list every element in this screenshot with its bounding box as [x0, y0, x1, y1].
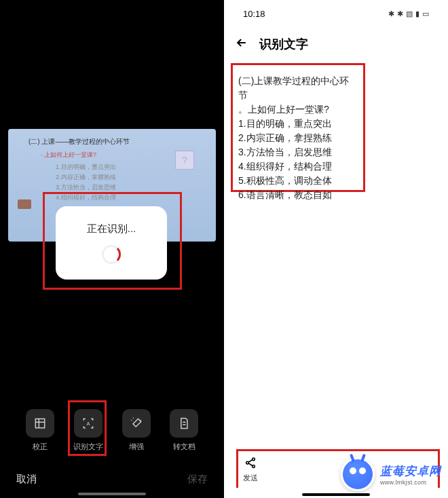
- captured-line: 3.方法恰当，启发思维: [8, 183, 216, 193]
- share-icon: [244, 457, 257, 472]
- ocr-line: 。上如何上好一堂课?: [238, 102, 358, 117]
- ocr-line: 1.目的明确，重点突出: [238, 117, 358, 131]
- loading-text: 正在识别...: [87, 223, 136, 235]
- svg-text:A: A: [86, 421, 90, 427]
- ocr-line: 2.内宗正确，拿捏熟练: [238, 131, 358, 145]
- captured-qr-mark: ?: [175, 151, 194, 170]
- svg-rect-0: [35, 419, 44, 427]
- watermark-logo-icon: [341, 457, 375, 491]
- captured-header-text: (二) 上课——教学过程的中心环节: [8, 129, 216, 151]
- ocr-label: 识别文字: [73, 442, 103, 452]
- loading-dialog: 正在识别...: [56, 206, 167, 280]
- page-title: 识别文字: [259, 36, 308, 52]
- captured-page-corner: [18, 199, 31, 209]
- status-bar: 10:18 ✱ ✱ ▧ ▮ ▭: [224, 0, 448, 27]
- enhance-label: 增强: [129, 442, 144, 452]
- straighten-button[interactable]: 校正: [26, 409, 54, 452]
- watermark-url: www.lmkjst.com: [380, 479, 426, 486]
- ocr-icon: A: [74, 409, 102, 438]
- watermark: 蓝莓安卓网 www.lmkjst.com: [341, 457, 441, 491]
- convert-icon: [170, 409, 198, 438]
- cancel-button[interactable]: 取消: [16, 473, 37, 486]
- status-time: 10:18: [243, 9, 265, 19]
- ocr-button[interactable]: A 识别文字: [73, 409, 103, 452]
- ocr-line: (二)上课教学过程的中心环节: [238, 74, 358, 102]
- captured-line: 2.内容正确，掌握熟练: [8, 172, 216, 183]
- send-button[interactable]: 发送: [243, 457, 258, 483]
- ocr-line: 3.方法恰当，启发思维: [238, 145, 358, 159]
- editor-panel: (二) 上课——教学过程的中心环节 · 上如何上好一堂课? 1.目的明确，重点突…: [0, 0, 224, 498]
- loading-spinner-icon: [102, 245, 121, 264]
- battery-icon: ▭: [422, 9, 429, 18]
- convert-button[interactable]: 转文档: [170, 409, 198, 452]
- watermark-title: 蓝莓安卓网: [380, 463, 441, 479]
- signal-icon: ▮: [415, 9, 419, 18]
- enhance-button[interactable]: 增强: [122, 409, 151, 452]
- home-indicator[interactable]: [78, 493, 146, 495]
- ocr-line: 5.积极性高，调动全体: [238, 174, 358, 188]
- status-icons: ✱ ✱ ▧ ▮ ▭: [388, 9, 429, 18]
- ocr-line: 4.组织得好，结构合理: [238, 159, 358, 174]
- ocr-result-box[interactable]: (二)上课教学过程的中心环节 。上如何上好一堂课? 1.目的明确，重点突出 2.…: [231, 63, 365, 192]
- home-indicator[interactable]: [302, 493, 370, 496]
- back-button[interactable]: [235, 36, 248, 53]
- straighten-label: 校正: [33, 442, 48, 452]
- straighten-icon: [26, 409, 54, 438]
- back-arrow-icon: [235, 36, 248, 50]
- ocr-line: 6.语言清晰，教态自如: [238, 188, 358, 202]
- page-header: 识别文字: [224, 27, 448, 61]
- save-button[interactable]: 保存: [187, 473, 208, 486]
- bluetooth-icon: ✱: [397, 9, 403, 18]
- send-label: 发送: [243, 473, 258, 483]
- toolbar: 校正 A 识别文字 增强 转文档: [0, 409, 224, 452]
- enhance-icon: [122, 409, 151, 438]
- dnd-icon: ✱: [388, 9, 394, 18]
- hd-icon: ▧: [406, 9, 413, 18]
- convert-label: 转文档: [173, 442, 195, 452]
